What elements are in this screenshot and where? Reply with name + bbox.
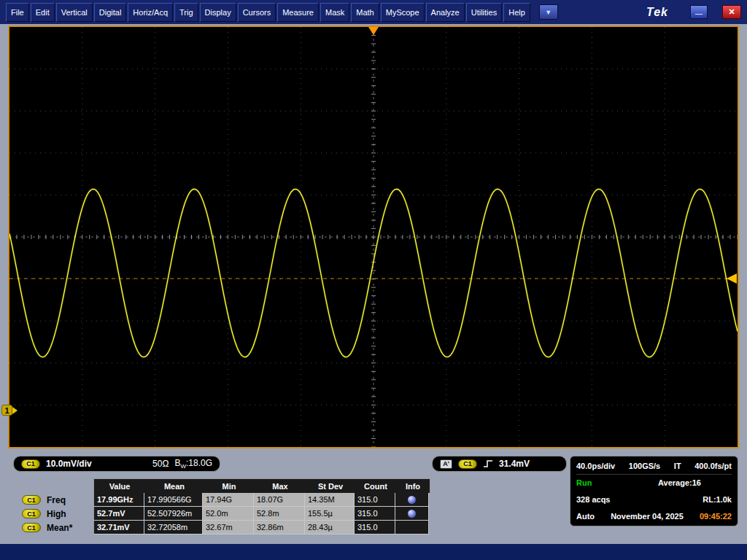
- menu-item-mask[interactable]: Mask: [320, 3, 349, 22]
- channel-badge[interactable]: C1: [22, 509, 41, 518]
- measurement-row-freq: C1Freq17.99GHz17.990566G17.94G18.07G14.3…: [13, 493, 430, 507]
- measurement-row-mean: C1Mean*32.71mV32.72058m32.67m32.86m28.43…: [13, 521, 430, 534]
- time-display: 09:45:22: [700, 512, 732, 521]
- grid-lines: [9, 27, 738, 447]
- date-display: November 04, 2025: [611, 512, 684, 521]
- bandwidth-readout: BW:18.0G: [174, 458, 212, 470]
- cell-max: 32.86m: [254, 521, 305, 534]
- cell-mean: 52.507926m: [144, 507, 203, 521]
- menu-item-utilities[interactable]: Utilities: [466, 3, 502, 22]
- cell-max: 18.07G: [254, 493, 305, 507]
- menu-item-horiz-acq[interactable]: Horiz/Acq: [128, 3, 173, 22]
- minimize-button[interactable]: —: [690, 5, 708, 19]
- column-header-st-dev: St Dev: [306, 479, 355, 493]
- bottom-strip: [0, 544, 747, 560]
- sample-rate: 100GS/s: [629, 462, 660, 470]
- close-icon: ✕: [728, 7, 735, 17]
- menu-item-trig[interactable]: Trig: [174, 3, 198, 22]
- menu-item-measure[interactable]: Measure: [277, 3, 319, 22]
- info-icon[interactable]: [408, 510, 416, 518]
- tek-logo: Tek: [646, 6, 668, 19]
- timebase[interactable]: 40.0ps/div: [576, 462, 615, 470]
- column-header-value: Value: [94, 479, 145, 493]
- measurement-name: Mean*: [47, 523, 72, 533]
- cell-count: 315.0: [355, 493, 395, 507]
- trigger-readout: A' C1 31.4mV: [432, 456, 567, 472]
- run-status: Run: [576, 478, 622, 487]
- menu-items: FileEditVerticalDigitalHoriz/AcqTrigDisp…: [6, 3, 530, 22]
- column-header-mean: Mean: [145, 479, 204, 493]
- trigger-source-badge[interactable]: A': [440, 459, 452, 469]
- menu-item-analyze[interactable]: Analyze: [426, 3, 465, 22]
- cell-mean: 17.990566G: [144, 493, 203, 507]
- cell-min: 52.0m: [203, 507, 254, 521]
- cell-info: [395, 493, 429, 507]
- measurement-name: High: [47, 509, 66, 519]
- resolution: 400.0fs/pt: [694, 462, 732, 470]
- menu-item-edit[interactable]: Edit: [31, 3, 55, 22]
- oscilloscope-app: FileEditVerticalDigitalHoriz/AcqTrigDisp…: [0, 0, 747, 560]
- column-header-count: Count: [355, 479, 396, 493]
- scope-display-svg: [9, 27, 738, 447]
- menu-dropdown-button[interactable]: ▼: [539, 4, 558, 20]
- menu-item-digital[interactable]: Digital: [94, 3, 127, 22]
- minimize-icon: —: [695, 9, 703, 18]
- measurement-table-header: ValueMeanMinMaxSt DevCountInfo: [93, 478, 430, 493]
- menu-item-file[interactable]: File: [6, 3, 29, 22]
- trigger-level-arrow[interactable]: [727, 273, 737, 284]
- cell-min: 17.94G: [203, 493, 254, 507]
- menu-item-myscope[interactable]: MyScope: [381, 3, 425, 22]
- cell-value: 17.99GHz: [93, 493, 144, 507]
- acq-row: 328 acqs RL:1.0k: [576, 491, 732, 508]
- average-count: Average:16: [627, 478, 732, 487]
- cell-max: 52.8m: [254, 507, 305, 521]
- trigger-mode: Auto: [576, 512, 595, 521]
- channel-badge[interactable]: C1: [22, 495, 41, 505]
- menu-bar: FileEditVerticalDigitalHoriz/AcqTrigDisp…: [0, 0, 747, 24]
- cell-stdev: 28.43µ: [305, 521, 355, 534]
- cell-count: 315.0: [355, 507, 395, 521]
- close-button[interactable]: ✕: [722, 5, 741, 19]
- rising-edge-icon: [483, 459, 493, 469]
- graticule: [8, 26, 739, 448]
- trigger-channel-badge[interactable]: C1: [458, 459, 477, 469]
- measurement-gutter: C1Mean*: [13, 521, 93, 534]
- trigger-position-marker[interactable]: [368, 27, 379, 35]
- cell-value: 32.71mV: [93, 521, 144, 534]
- measurement-name: Freq: [47, 495, 66, 505]
- column-header-info: Info: [396, 479, 430, 493]
- menu-item-math[interactable]: Math: [351, 3, 379, 22]
- menu-item-display[interactable]: Display: [200, 3, 236, 22]
- chevron-down-icon: ▼: [545, 9, 551, 16]
- acquisition-count: 328 acqs: [576, 495, 610, 504]
- trigger-level-readout[interactable]: 31.4mV: [499, 459, 530, 469]
- impedance-readout: 50Ω: [152, 459, 169, 469]
- cell-mean: 32.72058m: [144, 521, 203, 534]
- cell-count: 315.0: [355, 521, 395, 534]
- measurement-gutter: C1High: [13, 507, 93, 521]
- info-icon[interactable]: [408, 496, 416, 504]
- run-row: Run Average:16: [576, 475, 732, 491]
- menu-item-vertical[interactable]: Vertical: [56, 3, 93, 22]
- timebase-row: 40.0ps/div 100GS/s IT 400.0fs/pt: [576, 458, 732, 475]
- date-row: Auto November 04, 2025 09:45:22: [576, 508, 732, 524]
- measurement-table-rows: C1Freq17.99GHz17.990566G17.94G18.07G14.3…: [13, 493, 430, 534]
- measurement-gutter: C1Freq: [13, 493, 93, 507]
- channel-badge[interactable]: C1: [21, 459, 40, 469]
- horizontal-readout: 40.0ps/div 100GS/s IT 400.0fs/pt Run Ave…: [570, 456, 738, 526]
- menu-item-help[interactable]: Help: [503, 3, 530, 22]
- channel-1-marker[interactable]: 1: [1, 405, 18, 416]
- cell-stdev: 14.35M: [305, 493, 355, 507]
- menu-item-cursors[interactable]: Cursors: [238, 3, 276, 22]
- channel-readout: C1 10.0mV/div 50Ω BW:18.0G: [13, 456, 220, 472]
- channel-1-label: 1: [1, 405, 12, 416]
- channel-badge[interactable]: C1: [22, 523, 41, 532]
- channel-1-arrow-icon: [12, 407, 18, 414]
- cell-stdev: 155.5µ: [305, 507, 355, 521]
- cell-info: [395, 507, 429, 521]
- cell-value: 52.7mV: [93, 507, 144, 521]
- vertical-scale[interactable]: 10.0mV/div: [46, 459, 92, 469]
- sampling-mode: IT: [674, 462, 681, 470]
- record-length: RL:1.0k: [703, 495, 732, 504]
- cell-min: 32.67m: [203, 521, 254, 534]
